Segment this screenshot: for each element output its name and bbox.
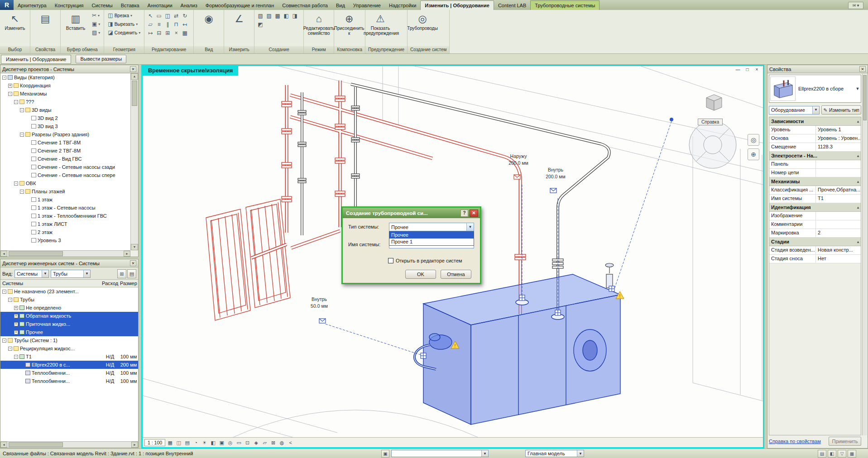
property-value[interactable] bbox=[816, 212, 861, 220]
project-tree-item[interactable]: -Планы этажей bbox=[0, 187, 130, 196]
scrollbar-thumb[interactable] bbox=[9, 251, 63, 256]
edit-type-button[interactable]: ✎ Изменить тип bbox=[821, 105, 861, 114]
collapse-icon[interactable]: ▴ bbox=[857, 154, 859, 158]
ribbon-group-label[interactable]: Компоновка bbox=[334, 46, 365, 53]
systems-filter-combo[interactable]: Системы▼ bbox=[14, 270, 49, 278]
properties-vscrollbar[interactable] bbox=[862, 74, 867, 435]
system-tree-item[interactable]: +Не определено bbox=[0, 304, 138, 312]
ribbon-button[interactable]: ◨Вырезать▾ bbox=[106, 20, 142, 28]
chevron-down-icon[interactable]: ▼ bbox=[854, 86, 861, 91]
properties-help-link[interactable]: Справка по свойствам bbox=[769, 439, 821, 444]
select-toggle-icon[interactable]: ▦ bbox=[848, 450, 856, 458]
ribbon-group-label[interactable]: Свойства bbox=[30, 46, 60, 53]
properties-section-header[interactable]: Механизмы▴ bbox=[769, 177, 861, 186]
steering-wheel-icon[interactable] bbox=[689, 121, 736, 168]
system-type-combo[interactable]: Прочее ▼ bbox=[389, 223, 474, 231]
system-tree-item[interactable]: +Обратная жидкость bbox=[0, 312, 138, 320]
ribbon-group-label[interactable]: Предупреждение bbox=[365, 46, 407, 53]
properties-section-header[interactable]: Зависимости▴ bbox=[769, 117, 861, 126]
ribbon-button[interactable]: ◧ bbox=[282, 11, 290, 19]
project-tree-item[interactable]: -??? bbox=[0, 98, 130, 106]
ribbon-group-label[interactable]: Вид bbox=[194, 46, 224, 53]
close-icon[interactable]: ✕ bbox=[859, 66, 866, 72]
scroll-down-icon[interactable]: ▼ bbox=[131, 244, 138, 250]
mail-menu-button[interactable]: ✉ ▾ bbox=[848, 2, 863, 9]
view-control-icon[interactable]: ▱ bbox=[261, 439, 269, 446]
worksets-icon[interactable]: ▤ bbox=[818, 450, 826, 458]
zoom-button[interactable]: ⊕ bbox=[748, 148, 759, 160]
property-value[interactable]: Нет bbox=[816, 255, 861, 263]
property-value[interactable]: Новая констр... bbox=[816, 246, 861, 254]
cancel-button[interactable]: Отмена bbox=[441, 270, 471, 279]
ribbon-button[interactable]: ✂▾ bbox=[90, 11, 102, 19]
project-tree-item[interactable]: Сечение - Сетевые насосы сзади bbox=[0, 163, 130, 171]
ribbon-button[interactable]: ⌂Редактировать семейство bbox=[306, 11, 332, 37]
scroll-up-icon[interactable]: ▲ bbox=[131, 73, 138, 80]
collapse-icon[interactable]: ▴ bbox=[857, 240, 859, 244]
project-tree-item[interactable]: 1 этаж ЛИСТ bbox=[0, 220, 130, 228]
property-value[interactable]: Уровень : Уровен... bbox=[816, 134, 861, 143]
minimize-icon[interactable]: — bbox=[734, 67, 741, 72]
project-tree-item[interactable]: -Механизмы bbox=[0, 90, 130, 98]
close-icon[interactable]: ✕ bbox=[130, 66, 136, 72]
ribbon-button[interactable]: ⊓ bbox=[172, 20, 180, 28]
ribbon-button[interactable]: ∥ bbox=[163, 20, 172, 28]
project-browser-vscrollbar[interactable]: ▲ ▼ bbox=[130, 73, 138, 250]
ribbon-button[interactable]: ◩ bbox=[256, 20, 264, 28]
ribbon-button[interactable]: ◫Врезка▾ bbox=[106, 11, 142, 19]
view-control-icon[interactable]: ☀ bbox=[201, 439, 208, 446]
property-value[interactable]: Прочее,Обратна... bbox=[816, 186, 861, 194]
chevron-down-icon[interactable]: ▼ bbox=[83, 270, 90, 277]
tree-expander-icon[interactable]: + bbox=[8, 84, 12, 88]
view-control-icon[interactable]: ▣ bbox=[218, 439, 225, 446]
filter-icon[interactable]: ▽ bbox=[838, 450, 846, 458]
ribbon-button[interactable]: ▱ bbox=[146, 20, 154, 28]
close-icon[interactable]: ✕ bbox=[130, 260, 136, 266]
project-browser-header[interactable]: Диспетчер проектов - Системы ✕ bbox=[0, 65, 138, 73]
ribbon-button[interactable]: ⊟ bbox=[155, 29, 163, 37]
property-value[interactable]: 1128.3 bbox=[816, 143, 861, 151]
ribbon-button[interactable]: ▧ bbox=[256, 11, 264, 19]
ribbon-tab[interactable]: Трубопроводные системы bbox=[530, 0, 599, 10]
close-icon[interactable]: ✕ bbox=[470, 210, 478, 217]
tree-expander-icon[interactable]: - bbox=[8, 298, 12, 302]
project-tree-item[interactable]: Сечение - Вид ГВС bbox=[0, 155, 130, 163]
project-tree-item[interactable]: 1 этаж - Сетевые насосы bbox=[0, 204, 130, 212]
ribbon-button[interactable]: ↦ bbox=[146, 29, 154, 37]
chevron-down-icon[interactable]: ▼ bbox=[466, 223, 474, 231]
ribbon-button[interactable]: ⇄ bbox=[172, 11, 180, 19]
system-tree-item[interactable]: -Трубы bbox=[0, 296, 138, 304]
scroll-right-icon[interactable]: ► bbox=[124, 251, 130, 257]
project-tree-item[interactable]: -Разрезы (Разрез здания) bbox=[0, 130, 130, 138]
tree-expander-icon[interactable]: + bbox=[14, 330, 18, 334]
column-header-systems[interactable]: Системы bbox=[2, 281, 23, 286]
ribbon-tab[interactable]: Системы bbox=[88, 1, 117, 10]
ribbon-group-label[interactable]: Геометрия bbox=[104, 46, 144, 53]
tree-expander-icon[interactable]: - bbox=[2, 290, 6, 294]
ribbon-tab[interactable]: Формообразующие и генплан bbox=[201, 1, 278, 10]
apply-button[interactable]: Применить bbox=[829, 437, 861, 446]
project-tree-item[interactable]: 3D вид 2 bbox=[0, 114, 130, 122]
project-tree-item[interactable]: +Координация bbox=[0, 81, 130, 90]
property-value[interactable]: Уровень 1 bbox=[816, 126, 861, 134]
view-control-icon[interactable]: ▤ bbox=[183, 439, 191, 446]
navigation-wheel-button[interactable]: ◎ bbox=[748, 134, 759, 146]
system-tree-item[interactable]: -Т1Н/Д100 мм bbox=[0, 353, 138, 361]
ribbon-button[interactable]: ▥Вставить bbox=[62, 11, 89, 32]
ribbon-tab[interactable]: Content LAB bbox=[494, 1, 530, 10]
scroll-right-icon[interactable]: ► bbox=[131, 442, 138, 448]
chevron-down-icon[interactable]: ▼ bbox=[812, 106, 819, 114]
pipes-filter-combo[interactable]: Трубы▼ bbox=[51, 270, 91, 278]
ribbon-group-label[interactable]: Создание bbox=[254, 46, 303, 53]
system-tree-item[interactable]: +Прочее bbox=[0, 328, 138, 336]
view-control-icon[interactable]: ▭ bbox=[235, 439, 243, 446]
view-control-icon[interactable]: ◫ bbox=[175, 439, 182, 446]
system-tree-item[interactable]: -Не назначено (23 элемент... bbox=[0, 287, 138, 296]
properties-section-header[interactable]: Идентификация▴ bbox=[769, 203, 861, 212]
ribbon-tab[interactable]: Изменить | Оборудование bbox=[420, 0, 494, 10]
view-scale-button[interactable]: 1 : 100 bbox=[144, 439, 165, 446]
scrollbar-thumb[interactable] bbox=[863, 75, 867, 120]
view-control-icon[interactable]: < bbox=[287, 439, 294, 446]
category-filter-combo[interactable]: Оборудование ▼ bbox=[769, 106, 820, 114]
open-in-editor-checkbox[interactable]: Открыть в редакторе систем bbox=[388, 258, 462, 263]
